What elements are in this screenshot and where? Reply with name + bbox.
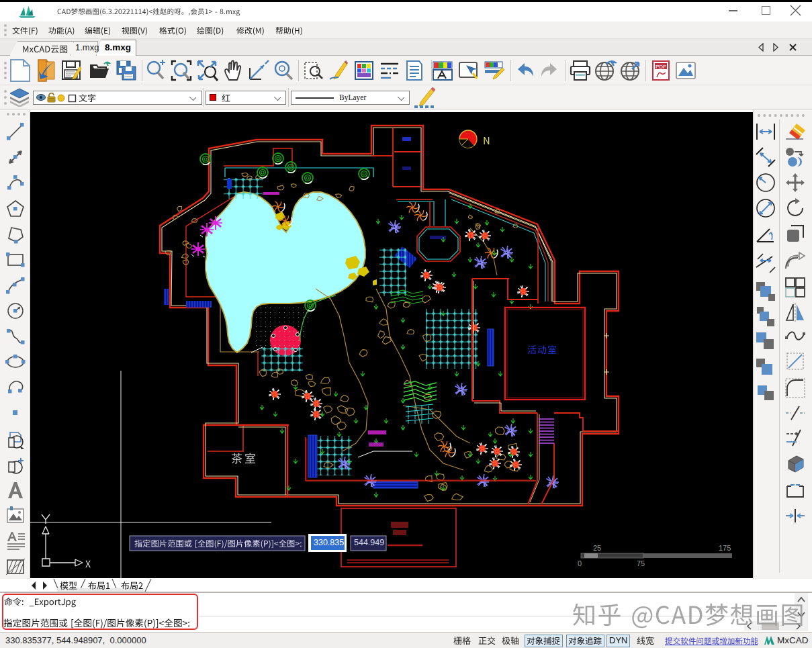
svg-text:PDF: PDF <box>656 64 666 70</box>
